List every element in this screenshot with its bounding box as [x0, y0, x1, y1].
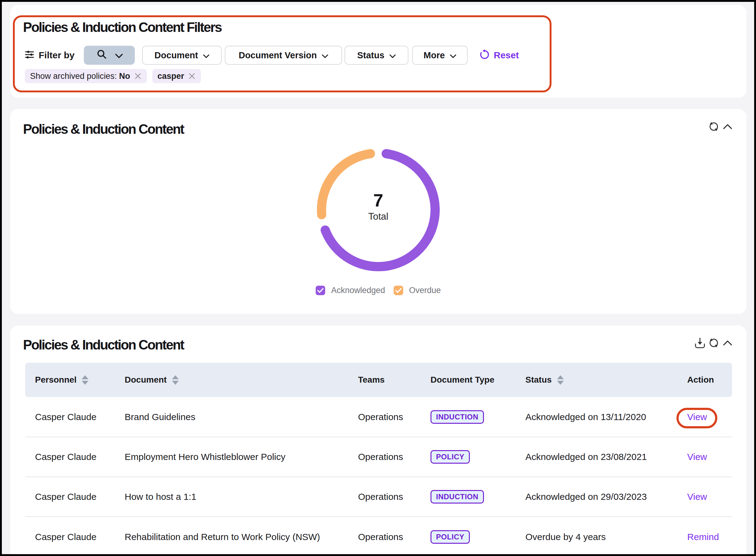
refresh-icon[interactable]: [708, 337, 719, 349]
cell-document: How to host a 1:1: [125, 477, 358, 517]
cell-teams: Operations: [358, 517, 430, 556]
chart-card: Policies & Induction Content 7 Total: [10, 109, 747, 314]
cell-teams: Operations: [358, 477, 430, 517]
column-header-document[interactable]: Document: [125, 363, 358, 397]
cell-teams: Operations: [358, 397, 430, 437]
collapse-icon[interactable]: [722, 337, 733, 349]
sliders-icon: [25, 50, 34, 61]
cell-personnel: Casper Claude: [25, 517, 125, 556]
close-icon[interactable]: [134, 72, 141, 80]
cell-action: View: [687, 397, 732, 437]
table-row: Casper Claude Brand Guidelines Operation…: [25, 397, 732, 437]
filter-row: Filter by Document: [25, 46, 519, 65]
chart-legend: Acknowledged Overdue: [10, 286, 747, 295]
column-header-personnel[interactable]: Personnel: [25, 363, 125, 397]
cell-personnel: Casper Claude: [25, 397, 125, 437]
chip-casper[interactable]: casper: [152, 69, 201, 83]
chip-value: No: [119, 71, 130, 81]
chip-show-archived-policies[interactable]: Show archived policies: No: [25, 69, 147, 83]
column-header-action: Action: [687, 363, 732, 397]
table-row: Casper Claude Rehabilitation and Return …: [25, 517, 732, 556]
checkbox-checked-icon[interactable]: [394, 286, 403, 295]
legend-item-acknowledged[interactable]: Acknowledged: [316, 286, 385, 295]
filters-card-title: Policies & Induction Content Filters: [23, 21, 221, 34]
table-card-title: Policies & Induction Content: [23, 338, 184, 352]
cell-action: View: [687, 437, 732, 477]
table-row: Casper Claude How to host a 1:1 Operatio…: [25, 477, 732, 517]
view-link[interactable]: View: [687, 452, 707, 462]
more-filter-label: More: [423, 50, 445, 61]
collapse-icon[interactable]: [722, 121, 733, 132]
column-header-document-type: Document Type: [430, 363, 525, 397]
chevron-down-icon: [450, 50, 456, 61]
chip-value: casper: [158, 71, 184, 81]
document-version-filter-label: Document Version: [239, 50, 317, 61]
filter-by-label: Filter by: [39, 50, 75, 61]
chart-card-actions: [708, 121, 733, 132]
cell-document: Rehabilitation and Return to Work Policy…: [125, 517, 358, 556]
legend-label: Acknowledged: [331, 286, 385, 295]
document-version-filter-dropdown[interactable]: Document Version: [225, 46, 342, 65]
filters-card: Policies & Induction Content Filters Fil…: [10, 5, 747, 98]
cell-status: Acknowledged on 13/11/2020: [525, 397, 687, 437]
chevron-down-icon: [322, 50, 328, 61]
document-type-badge: INDUCTION: [430, 410, 484, 424]
cell-document-type: POLICY: [430, 517, 525, 556]
column-header-teams: Teams: [358, 363, 430, 397]
cell-document-type: POLICY: [430, 437, 525, 477]
document-filter-label: Document: [155, 50, 198, 61]
search-icon: [96, 49, 107, 62]
remind-link[interactable]: Remind: [687, 532, 719, 542]
search-filter-button[interactable]: [84, 46, 135, 65]
cell-document: Employment Hero Whistleblower Policy: [125, 437, 358, 477]
sort-icon[interactable]: [82, 375, 89, 385]
close-icon[interactable]: [188, 72, 196, 80]
cell-document: Brand Guidelines: [125, 397, 358, 437]
reset-icon: [479, 49, 490, 61]
cell-status: Overdue by 4 years: [525, 517, 687, 556]
reset-filters-button[interactable]: Reset: [479, 49, 519, 61]
cell-personnel: Casper Claude: [25, 437, 125, 477]
reset-label: Reset: [494, 50, 519, 61]
refresh-icon[interactable]: [708, 121, 719, 132]
table-card: Policies & Induction Content: [10, 325, 747, 556]
cell-status: Acknowledged on 29/03/2023: [525, 477, 687, 517]
donut-chart: 7 Total: [311, 142, 446, 277]
document-filter-dropdown[interactable]: Document: [142, 46, 222, 65]
status-filter-dropdown[interactable]: Status: [344, 46, 408, 65]
table-header-row: Personnel Document Teams Document Type S…: [25, 363, 732, 397]
legend-item-overdue[interactable]: Overdue: [394, 286, 441, 295]
view-link[interactable]: View: [687, 492, 707, 502]
chevron-down-icon: [115, 50, 123, 61]
cell-personnel: Casper Claude: [25, 477, 125, 517]
chevron-down-icon: [389, 50, 396, 61]
filter-by: Filter by: [25, 50, 84, 61]
sort-icon[interactable]: [557, 375, 564, 385]
cell-action: Remind: [687, 517, 732, 556]
document-type-badge: INDUCTION: [430, 490, 484, 503]
chevron-down-icon: [203, 50, 209, 61]
download-icon[interactable]: [694, 337, 705, 349]
view-link[interactable]: View: [687, 412, 707, 422]
cell-action: View: [687, 477, 732, 517]
checkbox-checked-icon[interactable]: [316, 286, 325, 295]
table-card-actions: [694, 337, 733, 349]
cell-document-type: INDUCTION: [430, 397, 525, 437]
more-filter-dropdown[interactable]: More: [412, 46, 468, 65]
sort-icon[interactable]: [172, 375, 179, 385]
cell-teams: Operations: [358, 437, 430, 477]
active-filter-chips: Show archived policies: No casper: [25, 69, 201, 83]
policies-table: Personnel Document Teams Document Type S…: [25, 363, 732, 556]
column-header-status[interactable]: Status: [525, 363, 687, 397]
table-row: Casper Claude Employment Hero Whistleblo…: [25, 437, 732, 477]
legend-label: Overdue: [409, 286, 441, 295]
cell-status: Acknowledged on 23/08/2021: [525, 437, 687, 477]
cell-document-type: INDUCTION: [430, 477, 525, 517]
status-filter-label: Status: [357, 50, 385, 61]
chart-card-title: Policies & Induction Content: [23, 123, 184, 136]
chip-label: Show archived policies:: [30, 71, 119, 81]
screenshot-frame: Policies & Induction Content Filters Fil…: [0, 0, 756, 556]
document-type-badge: POLICY: [430, 530, 470, 544]
document-type-badge: POLICY: [430, 450, 470, 464]
